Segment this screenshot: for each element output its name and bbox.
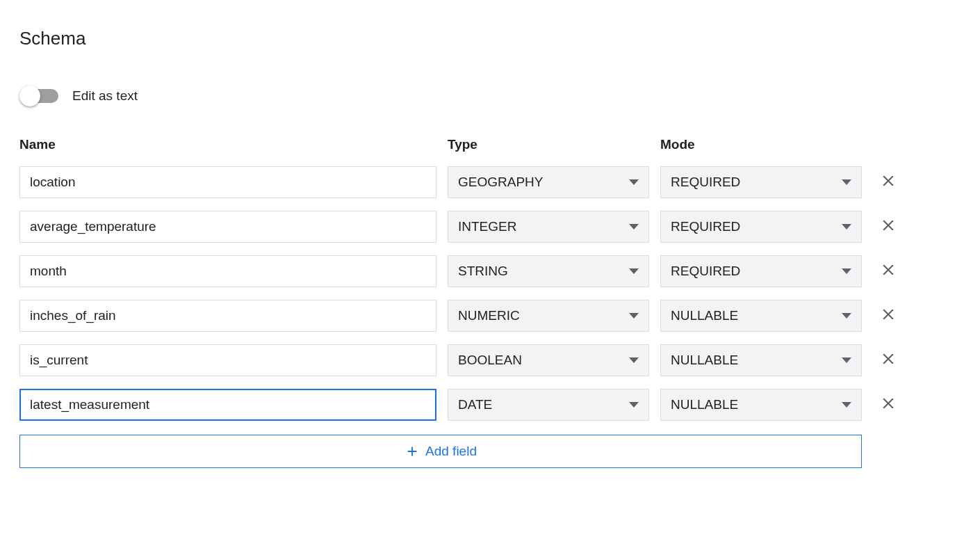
caret-down-icon [629, 313, 639, 319]
field-name-input[interactable] [19, 255, 436, 287]
delete-field-button[interactable] [873, 256, 904, 287]
delete-field-button[interactable] [873, 345, 904, 376]
toggle-thumb [19, 86, 40, 106]
caret-down-icon [842, 268, 851, 274]
field-mode-value: REQUIRED [671, 264, 740, 279]
caret-down-icon [629, 357, 639, 363]
close-icon [879, 261, 897, 282]
field-type-select[interactable]: INTEGER [448, 211, 649, 243]
caret-down-icon [629, 224, 639, 230]
field-type-value: DATE [458, 397, 492, 412]
field-name-input[interactable] [19, 300, 436, 332]
caret-down-icon [842, 357, 851, 363]
edit-as-text-toggle[interactable] [19, 89, 58, 103]
field-mode-select[interactable]: NULLABLE [660, 300, 862, 332]
caret-down-icon [629, 268, 639, 274]
field-type-value: INTEGER [458, 219, 516, 234]
field-mode-select[interactable]: NULLABLE [660, 389, 862, 421]
close-icon [879, 172, 897, 193]
field-type-select[interactable]: GEOGRAPHY [448, 166, 649, 198]
field-mode-select[interactable]: NULLABLE [660, 344, 862, 376]
field-type-value: NUMERIC [458, 308, 520, 323]
field-name-input[interactable] [19, 389, 436, 421]
caret-down-icon [842, 313, 851, 319]
field-name-input[interactable] [19, 344, 436, 376]
close-icon [879, 305, 897, 326]
field-mode-value: REQUIRED [671, 219, 740, 234]
field-mode-select[interactable]: REQUIRED [660, 211, 862, 243]
schema-title: Schema [19, 28, 961, 49]
field-type-select[interactable]: NUMERIC [448, 300, 649, 332]
delete-field-button[interactable] [873, 389, 904, 420]
field-mode-value: REQUIRED [671, 175, 740, 190]
add-field-label: Add field [425, 444, 477, 459]
field-name-input[interactable] [19, 211, 436, 243]
close-icon [879, 394, 897, 415]
field-mode-select[interactable]: REQUIRED [660, 166, 862, 198]
field-mode-select[interactable]: REQUIRED [660, 255, 862, 287]
plus-icon [405, 444, 420, 459]
caret-down-icon [629, 402, 639, 408]
field-type-value: BOOLEAN [458, 353, 522, 368]
column-header-type: Type [448, 137, 649, 154]
caret-down-icon [842, 402, 851, 408]
field-mode-value: NULLABLE [671, 353, 738, 368]
edit-as-text-label: Edit as text [72, 88, 138, 104]
delete-field-button[interactable] [873, 300, 904, 331]
delete-field-button[interactable] [873, 167, 904, 198]
column-header-name: Name [19, 137, 436, 154]
field-type-select[interactable]: STRING [448, 255, 649, 287]
delete-field-button[interactable] [873, 211, 904, 242]
edit-as-text-row: Edit as text [19, 88, 961, 104]
field-mode-value: NULLABLE [671, 397, 738, 412]
field-type-value: STRING [458, 264, 508, 279]
field-name-input[interactable] [19, 166, 436, 198]
caret-down-icon [842, 224, 851, 230]
field-type-select[interactable]: BOOLEAN [448, 344, 649, 376]
field-type-value: GEOGRAPHY [458, 175, 543, 190]
field-mode-value: NULLABLE [671, 308, 738, 323]
add-field-button[interactable]: Add field [19, 435, 862, 468]
field-type-select[interactable]: DATE [448, 389, 649, 421]
close-icon [879, 350, 897, 371]
close-icon [879, 216, 897, 237]
caret-down-icon [629, 179, 639, 185]
caret-down-icon [842, 179, 851, 185]
column-header-mode: Mode [660, 137, 862, 154]
